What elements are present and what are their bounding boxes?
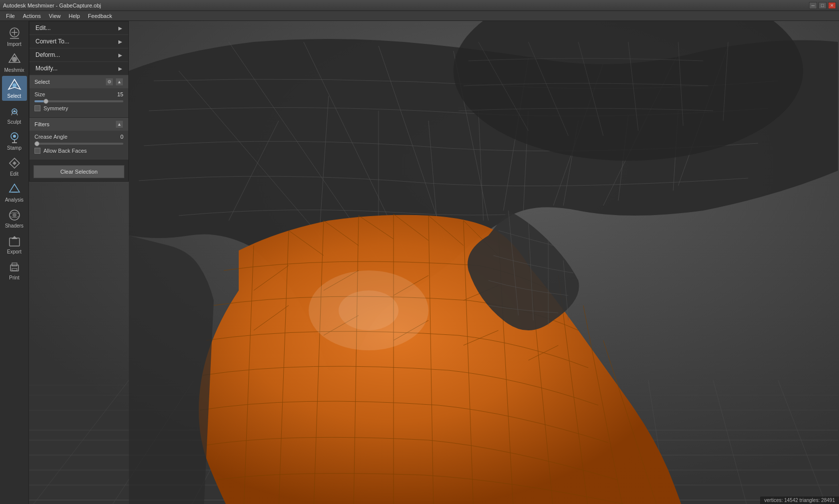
symmetry-row: Symmetry [34,105,123,111]
menu-view[interactable]: View [45,11,65,20]
size-slider-thumb[interactable] [43,99,48,104]
viewport[interactable]: Edit... ▶ Convert To... ▶ Deform... ▶ Mo… [29,21,839,504]
size-slider-track [34,100,123,102]
sidebar-item-stamp[interactable]: Stamp [2,128,27,153]
sidebar-item-sculpt[interactable]: Sculpt [2,102,27,127]
meshmix-icon [7,52,22,67]
menubar: File Actions View Help Feedback [0,11,839,21]
meshmix-label: Meshmix [4,67,24,73]
svg-point-9 [13,110,15,112]
convert-menu-label: Convert To... [35,38,69,45]
svg-rect-24 [12,263,17,266]
size-row: Size 15 [34,91,123,97]
svg-marker-15 [12,161,16,165]
select-section-content: Size 15 Symmetry [29,88,128,117]
svg-point-7 [12,83,16,87]
stamp-label: Stamp [7,145,21,151]
edit-icon [7,156,22,171]
sidebar-item-select[interactable]: Select [2,76,27,101]
titlebar-buttons: ─ □ ✕ [809,2,836,9]
size-slider[interactable] [34,100,123,102]
modify-menu-arrow: ▶ [118,66,122,71]
deform-menu-item[interactable]: Deform... ▶ [29,48,128,62]
select-icon [7,78,22,93]
svg-rect-25 [12,268,17,270]
filters-section-content: Crease Angle 0 Allow Back Faces [29,131,128,160]
minimize-button[interactable]: ─ [809,2,817,9]
shaders-label: Shaders [5,223,23,229]
titlebar: Autodesk Meshmixer - GabeCapture.obj ─ □… [0,0,839,11]
export-icon [7,234,22,249]
crease-angle-row: Crease Angle 0 [34,134,123,140]
sculpt-icon [7,104,22,119]
edit-menu-arrow: ▶ [118,25,122,31]
select-collapse-icon[interactable]: ▲ [115,78,123,86]
convert-menu-arrow: ▶ [118,39,122,44]
crease-angle-slider-thumb[interactable] [34,141,39,146]
sidebar-item-import[interactable]: Import [2,24,27,49]
select-section-title: Select [34,79,50,85]
filters-collapse-icon[interactable]: ▲ [115,120,123,128]
sidebar-item-shaders[interactable]: Shaders [2,206,27,231]
crease-angle-slider-track [34,143,123,145]
menu-file[interactable]: File [2,11,19,20]
filters-section-header[interactable]: Filters ▲ [29,118,128,131]
allow-back-faces-label: Allow Back Faces [43,148,87,154]
import-label: Import [7,41,21,47]
svg-point-100 [339,290,399,330]
svg-point-5 [12,57,17,62]
deform-menu-arrow: ▶ [118,52,122,58]
select-section: Select ⚙ ▲ Size 15 [29,75,128,118]
filters-section: Filters ▲ Crease Angle 0 [29,118,128,160]
statusbar-text: vertices: 14542 triangles: 28491 [764,498,835,503]
sidebar-item-edit[interactable]: Edit [2,154,27,179]
select-label: Select [7,93,21,99]
sidebar-item-print[interactable]: Print [2,257,27,282]
size-label: Size [34,91,45,97]
select-section-header[interactable]: Select ⚙ ▲ [29,75,128,88]
filters-section-title: Filters [34,121,49,127]
menu-feedback[interactable]: Feedback [84,11,116,20]
modify-menu-item[interactable]: Modify... ▶ [29,62,128,75]
svg-marker-22 [11,236,17,239]
deform-menu-label: Deform... [35,51,60,58]
main-layout: Import Meshmix Select [0,21,839,504]
edit-menu-label: Edit... [35,24,51,31]
svg-rect-21 [9,238,19,246]
scene-canvas [29,21,839,504]
sidebar-item-export[interactable]: Export [2,232,27,256]
analysis-icon [7,182,22,197]
sidebar: Import Meshmix Select [0,21,29,504]
crease-angle-value: 0 [120,134,123,140]
clear-selection-button[interactable]: Clear Selection [33,165,124,178]
clear-selection-container: Clear Selection [29,160,128,181]
export-label: Export [7,249,21,254]
print-icon [7,259,22,274]
filters-section-icons: ▲ [115,120,123,128]
stamp-icon [7,130,22,145]
symmetry-label: Symmetry [43,105,68,111]
allow-back-faces-checkbox[interactable] [34,148,40,154]
svg-point-20 [12,213,16,217]
app-title: Autodesk Meshmixer - GabeCapture.obj [3,2,101,8]
symmetry-checkbox[interactable] [34,105,40,111]
crease-angle-slider[interactable] [34,143,123,145]
select-section-icons: ⚙ ▲ [105,78,123,86]
sidebar-item-analysis[interactable]: Analysis [2,180,27,205]
import-icon [7,26,22,41]
menu-actions[interactable]: Actions [19,11,45,20]
allow-back-faces-row: Allow Back Faces [34,148,123,154]
sidebar-item-meshmix[interactable]: Meshmix [2,50,27,75]
close-button[interactable]: ✕ [828,2,836,9]
maximize-button[interactable]: □ [819,2,827,9]
sculpt-label: Sculpt [7,119,21,125]
modify-menu-label: Modify... [35,65,57,72]
edit-menu-item[interactable]: Edit... ▶ [29,21,128,35]
size-value: 15 [117,91,123,97]
svg-point-11 [13,135,16,138]
print-label: Print [9,275,19,280]
crease-angle-label: Crease Angle [34,134,67,140]
convert-menu-item[interactable]: Convert To... ▶ [29,35,128,48]
menu-help[interactable]: Help [64,11,84,20]
select-settings-icon[interactable]: ⚙ [105,78,113,86]
